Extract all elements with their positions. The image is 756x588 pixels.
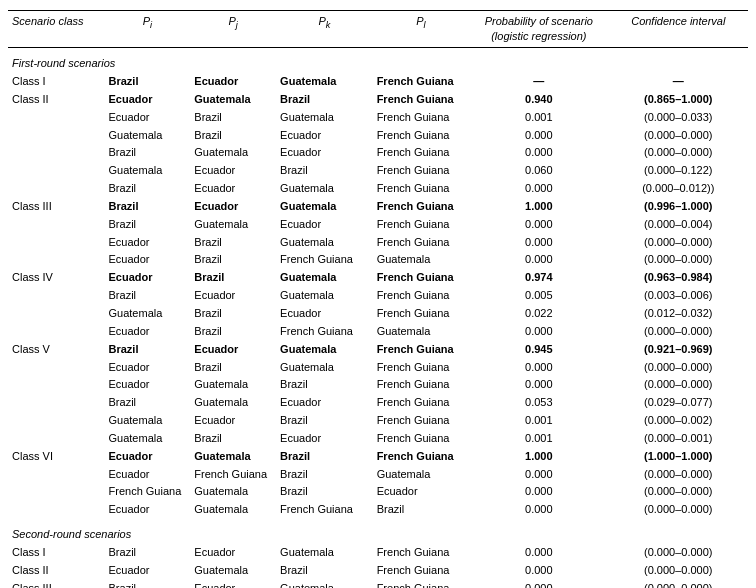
cell-2-0: [8, 108, 105, 126]
cell-4-0: [8, 144, 105, 162]
cell-0-1: Brazil: [105, 543, 191, 561]
cell-1-2: Guatemala: [190, 90, 276, 108]
table-row: Class IIEcuadorGuatemalaBrazilFrench Gui…: [8, 90, 748, 108]
cell-5-0: [8, 162, 105, 180]
table-row: Class IBrazilEcuadorGuatemalaFrench Guia…: [8, 543, 748, 561]
cell-22-6: (0.000–0.000): [609, 465, 748, 483]
cell-16-0: [8, 358, 105, 376]
cell-2-1: Ecuador: [105, 108, 191, 126]
cell-0-6: (0.000–0.000): [609, 543, 748, 561]
cell-5-5: 0.060: [469, 162, 608, 180]
cell-8-1: Brazil: [105, 215, 191, 233]
cell-11-2: Brazil: [190, 269, 276, 287]
cell-20-3: Ecuador: [276, 429, 373, 447]
cell-2-4: French Guiana: [373, 579, 470, 588]
cell-24-6: (0.000–0.000): [609, 501, 748, 519]
cell-0-4: French Guiana: [373, 543, 470, 561]
cell-10-2: Brazil: [190, 251, 276, 269]
table-row: BrazilGuatemalaEcuadorFrench Guiana0.000…: [8, 144, 748, 162]
cell-18-0: [8, 394, 105, 412]
cell-14-5: 0.000: [469, 322, 608, 340]
cell-9-5: 0.000: [469, 233, 608, 251]
cell-5-3: Brazil: [276, 162, 373, 180]
cell-16-2: Brazil: [190, 358, 276, 376]
cell-9-1: Ecuador: [105, 233, 191, 251]
col-ci: Confidence interval: [609, 11, 748, 48]
cell-24-0: [8, 501, 105, 519]
table-row: GuatemalaBrazilEcuadorFrench Guiana0.000…: [8, 126, 748, 144]
table-row: Class IIIBrazilEcuadorGuatemalaFrench Gu…: [8, 579, 748, 588]
table-row: BrazilGuatemalaEcuadorFrench Guiana0.000…: [8, 215, 748, 233]
cell-6-5: 0.000: [469, 180, 608, 198]
cell-12-6: (0.003–0.006): [609, 287, 748, 305]
cell-24-2: Guatemala: [190, 501, 276, 519]
table-row: Class IVEcuadorBrazilGuatemalaFrench Gui…: [8, 269, 748, 287]
cell-11-5: 0.974: [469, 269, 608, 287]
cell-23-5: 0.000: [469, 483, 608, 501]
cell-7-6: (0.996–1.000): [609, 197, 748, 215]
cell-21-6: (1.000–1.000): [609, 447, 748, 465]
cell-17-3: Brazil: [276, 376, 373, 394]
cell-15-5: 0.945: [469, 340, 608, 358]
col-pk: Pk: [276, 11, 373, 48]
cell-14-0: [8, 322, 105, 340]
cell-12-5: 0.005: [469, 287, 608, 305]
cell-0-3: Guatemala: [276, 543, 373, 561]
cell-1-4: French Guiana: [373, 561, 470, 579]
cell-15-1: Brazil: [105, 340, 191, 358]
cell-2-6: (0.000–0.033): [609, 108, 748, 126]
cell-16-3: Guatemala: [276, 358, 373, 376]
cell-18-1: Brazil: [105, 394, 191, 412]
cell-9-2: Brazil: [190, 233, 276, 251]
cell-19-0: [8, 412, 105, 430]
cell-15-4: French Guiana: [373, 340, 470, 358]
cell-7-1: Brazil: [105, 197, 191, 215]
col-pl: Pl: [373, 11, 470, 48]
cell-10-6: (0.000–0.000): [609, 251, 748, 269]
cell-1-6: (0.000–0.000): [609, 561, 748, 579]
cell-1-5: 0.000: [469, 561, 608, 579]
cell-22-1: Ecuador: [105, 465, 191, 483]
cell-5-1: Guatemala: [105, 162, 191, 180]
cell-16-1: Ecuador: [105, 358, 191, 376]
cell-15-0: Class V: [8, 340, 105, 358]
cell-24-5: 0.000: [469, 501, 608, 519]
cell-19-4: French Guiana: [373, 412, 470, 430]
cell-17-5: 0.000: [469, 376, 608, 394]
cell-3-6: (0.000–0.000): [609, 126, 748, 144]
cell-0-6: —: [609, 73, 748, 91]
cell-3-3: Ecuador: [276, 126, 373, 144]
cell-3-4: French Guiana: [373, 126, 470, 144]
cell-19-3: Brazil: [276, 412, 373, 430]
section-header-0: First-round scenarios: [8, 47, 748, 72]
cell-20-2: Brazil: [190, 429, 276, 447]
cell-8-5: 0.000: [469, 215, 608, 233]
cell-9-3: Guatemala: [276, 233, 373, 251]
cell-22-0: [8, 465, 105, 483]
cell-1-3: Brazil: [276, 561, 373, 579]
cell-23-3: Brazil: [276, 483, 373, 501]
cell-10-3: French Guiana: [276, 251, 373, 269]
cell-6-6: (0.000–0.012)): [609, 180, 748, 198]
cell-4-6: (0.000–0.000): [609, 144, 748, 162]
cell-13-0: [8, 305, 105, 323]
cell-24-3: French Guiana: [276, 501, 373, 519]
cell-9-4: French Guiana: [373, 233, 470, 251]
table-row: EcuadorBrazilFrench GuianaGuatemala0.000…: [8, 251, 748, 269]
cell-0-2: Ecuador: [190, 543, 276, 561]
cell-20-6: (0.000–0.001): [609, 429, 748, 447]
cell-6-2: Ecuador: [190, 180, 276, 198]
cell-10-1: Ecuador: [105, 251, 191, 269]
cell-21-5: 1.000: [469, 447, 608, 465]
cell-13-6: (0.012–0.032): [609, 305, 748, 323]
cell-1-1: Ecuador: [105, 561, 191, 579]
table-row: GuatemalaEcuadorBrazilFrench Guiana0.060…: [8, 162, 748, 180]
table-row: Class IIEcuadorGuatemalaBrazilFrench Gui…: [8, 561, 748, 579]
table-row: BrazilGuatemalaEcuadorFrench Guiana0.053…: [8, 394, 748, 412]
cell-22-5: 0.000: [469, 465, 608, 483]
cell-18-6: (0.029–0.077): [609, 394, 748, 412]
cell-3-2: Brazil: [190, 126, 276, 144]
cell-16-6: (0.000–0.000): [609, 358, 748, 376]
cell-1-5: 0.940: [469, 90, 608, 108]
cell-6-1: Brazil: [105, 180, 191, 198]
